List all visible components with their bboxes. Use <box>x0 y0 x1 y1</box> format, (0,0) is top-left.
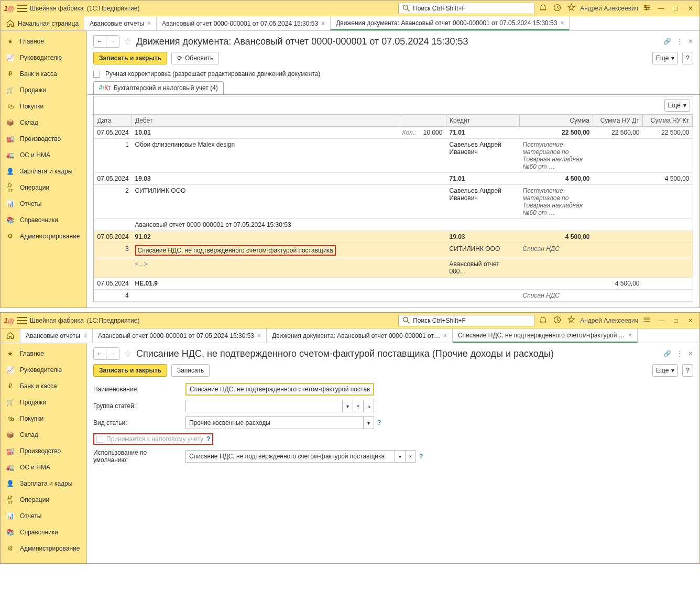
link-icon[interactable]: 🔗 <box>663 350 671 357</box>
sidebar-item-main[interactable]: ★Главное <box>1 33 86 49</box>
sidebar-item-production[interactable]: 🏭Производство <box>1 443 86 459</box>
minimize-button[interactable]: — <box>655 315 667 326</box>
more-button[interactable]: Еще ▾ <box>652 364 678 377</box>
link-icon[interactable]: 🔗 <box>663 38 671 45</box>
sidebar-item-refs[interactable]: 📚Справочники <box>1 524 86 540</box>
kebab-icon[interactable]: ⋮ <box>676 350 683 357</box>
minimize-button[interactable]: — <box>655 3 667 14</box>
more-button[interactable]: Еще ▾ <box>652 52 678 64</box>
close-icon[interactable]: × <box>560 19 564 27</box>
close-icon[interactable]: × <box>443 332 447 339</box>
menu-burger-icon[interactable] <box>17 317 27 324</box>
maximize-button[interactable]: □ <box>670 3 682 14</box>
sidebar-item-sales[interactable]: 🛒Продажи <box>1 394 86 410</box>
help-icon[interactable]: ? <box>419 453 423 460</box>
type-combo[interactable]: ▾ <box>185 416 374 429</box>
close-page-button[interactable]: ✕ <box>688 38 693 45</box>
table-row[interactable]: Авансовый отчет 0000-000001 от 07.05.202… <box>94 219 693 231</box>
history-icon[interactable] <box>552 314 563 327</box>
star-icon[interactable] <box>566 314 577 327</box>
favorite-icon[interactable]: ☆ <box>124 36 132 47</box>
sidebar-item-reports[interactable]: 📊Отчеты <box>1 195 86 212</box>
col-debit[interactable]: Дебет <box>132 115 399 127</box>
user-name[interactable]: Андрей Алексеевич <box>580 5 638 12</box>
sidebar-item-bank[interactable]: ₽Банк и касса <box>1 65 86 82</box>
group-combo[interactable]: ▾ × ↳ <box>185 400 374 412</box>
menu-burger-icon[interactable] <box>17 5 27 12</box>
tab-home[interactable]: Начальная страница <box>1 16 84 30</box>
col-sum-kt[interactable]: Сумма НУ Кт <box>643 115 693 127</box>
dropdown-icon[interactable]: ▾ <box>395 450 406 463</box>
table-row[interactable]: <...> Авансовый отчет 000… <box>94 258 693 278</box>
dropdown-icon[interactable]: ▾ <box>343 400 353 412</box>
sidebar-item-purchases[interactable]: 🛍Покупки <box>1 98 86 114</box>
sidebar-item-reports[interactable]: 📊Отчеты <box>1 508 86 524</box>
sidebar-item-manager[interactable]: 📈Руководителю <box>1 361 86 378</box>
sidebar-item-os[interactable]: 🚛ОС и НМА <box>1 459 86 475</box>
table-row[interactable]: 3 Списание НДС, не подтвержденного счето… <box>94 243 693 258</box>
table-row[interactable]: 4 Списан НДС <box>94 290 693 302</box>
sidebar-item-admin[interactable]: ⚙Администрирование <box>1 540 86 556</box>
close-icon[interactable]: × <box>147 20 151 27</box>
col-date[interactable]: Дата <box>94 115 132 127</box>
subtab-accounting[interactable]: ДтКт Бухгалтерский и налоговый учет (4) <box>93 81 224 94</box>
forward-button[interactable]: → <box>106 36 119 47</box>
table-more-button[interactable]: Еще ▾ <box>664 99 690 112</box>
clear-icon[interactable]: × <box>406 450 416 463</box>
help-icon[interactable]: ? <box>206 435 210 443</box>
close-icon[interactable]: × <box>83 332 87 339</box>
tab-vat-writeoff[interactable]: Списание НДС, не подтвержденного счетом-… <box>453 328 638 343</box>
default-field[interactable] <box>185 450 395 463</box>
forward-button[interactable]: → <box>106 348 119 359</box>
name-field[interactable] <box>185 383 374 396</box>
tab-advance-reports[interactable]: Авансовые отчеты× <box>84 16 157 30</box>
close-button[interactable]: ✕ <box>685 315 696 326</box>
close-page-button[interactable]: ✕ <box>688 350 693 357</box>
sidebar-item-operations[interactable]: ДтКтОперации <box>1 179 86 195</box>
sidebar-item-production[interactable]: 🏭Производство <box>1 130 86 147</box>
close-button[interactable]: ✕ <box>685 3 696 14</box>
tab-advance-report-doc[interactable]: Авансовый отчет 0000-000001 от 07.05.202… <box>93 328 267 343</box>
write-button[interactable]: Записать <box>171 364 210 377</box>
clear-icon[interactable]: × <box>353 400 364 412</box>
kebab-icon[interactable]: ⋮ <box>676 38 683 45</box>
sidebar-item-stock[interactable]: 📦Склад <box>1 426 86 443</box>
sidebar-item-admin[interactable]: ⚙Администрирование <box>1 228 86 244</box>
sidebar-item-manager[interactable]: 📈Руководителю <box>1 49 86 65</box>
close-icon[interactable]: × <box>257 332 261 339</box>
settings-icon[interactable] <box>641 2 652 15</box>
sidebar-item-salary[interactable]: 👤Зарплата и кадры <box>1 163 86 179</box>
sidebar-item-bank[interactable]: ₽Банк и касса <box>1 378 86 394</box>
bell-icon[interactable] <box>538 2 549 15</box>
type-field[interactable] <box>185 416 364 429</box>
table-row[interactable]: 07.05.2024 НЕ.01.9 4 500,00 <box>94 278 693 290</box>
sidebar-item-main[interactable]: ★Главное <box>1 345 86 361</box>
tab-document-movements[interactable]: Движения документа: Авансовый отчет 0000… <box>267 328 453 343</box>
table-row[interactable]: 07.05.2024 10.01 Кол.: 10,000 71.01 22 5… <box>94 127 693 139</box>
manual-edit-checkbox[interactable] <box>93 71 100 78</box>
open-icon[interactable]: ↳ <box>364 400 374 412</box>
tax-checkbox[interactable] <box>96 436 103 443</box>
table-row[interactable]: 07.05.2024 91.02 19.03 4 500,00 <box>94 231 693 243</box>
save-close-button[interactable]: Записать и закрыть <box>93 52 167 64</box>
tab-document-movements[interactable]: Движения документа: Авансовый отчет 0000… <box>331 16 570 30</box>
history-icon[interactable] <box>552 2 563 15</box>
close-icon[interactable]: × <box>321 20 325 27</box>
help-button[interactable]: ? <box>682 364 693 377</box>
sidebar-item-purchases[interactable]: 🛍Покупки <box>1 410 86 426</box>
sidebar-item-stock[interactable]: 📦Склад <box>1 114 86 130</box>
refresh-button[interactable]: ⟳Обновить <box>171 52 219 64</box>
group-field[interactable] <box>185 400 343 412</box>
help-icon[interactable]: ? <box>377 419 381 426</box>
bell-icon[interactable] <box>538 314 549 327</box>
sidebar-item-operations[interactable]: ДтКтОперации <box>1 491 86 508</box>
sidebar-item-refs[interactable]: 📚Справочники <box>1 212 86 228</box>
tab-advance-reports[interactable]: Авансовые отчеты× <box>20 328 93 343</box>
tab-advance-report-doc[interactable]: Авансовый отчет 0000-000001 от 07.05.202… <box>157 16 331 30</box>
highlighted-debit-text[interactable]: Списание НДС, не подтвержденного счетом-… <box>135 245 336 256</box>
search-input[interactable]: Поиск Ctrl+Shift+F <box>398 3 534 14</box>
star-icon[interactable] <box>566 2 577 15</box>
dropdown-icon[interactable]: ▾ <box>364 416 374 429</box>
sidebar-item-sales[interactable]: 🛒Продажи <box>1 82 86 98</box>
tab-home[interactable] <box>1 328 20 343</box>
